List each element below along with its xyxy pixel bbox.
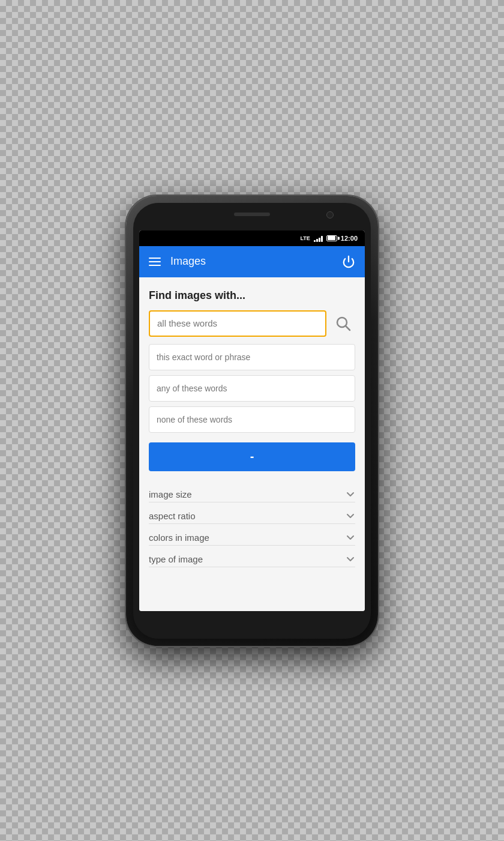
chevron-down-icon — [346, 511, 355, 520]
page-heading: Find images with... — [149, 289, 355, 302]
screen: LTE 12:00 Images — [139, 231, 365, 611]
exact-phrase-input[interactable] — [149, 344, 355, 370]
main-content: Find images with... — [139, 277, 365, 611]
hamburger-line — [149, 261, 161, 262]
image-size-dropdown[interactable]: image size — [149, 481, 355, 502]
battery-icon — [326, 235, 337, 241]
primary-search-row — [149, 310, 355, 337]
all-words-input[interactable] — [149, 310, 326, 337]
main-search-button[interactable]: - — [149, 442, 355, 471]
aspect-ratio-dropdown[interactable]: aspect ratio — [149, 502, 355, 524]
status-bar: LTE 12:00 — [139, 231, 365, 246]
status-time: 12:00 — [341, 235, 358, 242]
signal-icon — [314, 235, 323, 242]
phone-inner: LTE 12:00 Images — [133, 203, 371, 639]
chevron-down-icon — [346, 489, 355, 499]
svg-line-2 — [346, 326, 350, 330]
lte-indicator: LTE — [301, 235, 310, 241]
hamburger-line — [149, 265, 161, 266]
chevron-down-icon — [346, 554, 355, 564]
phone-device: LTE 12:00 Images — [126, 196, 378, 646]
type-of-image-dropdown[interactable]: type of image — [149, 546, 355, 567]
image-size-label: image size — [149, 489, 192, 499]
hamburger-menu-button[interactable] — [149, 258, 161, 266]
colors-in-image-label: colors in image — [149, 532, 209, 543]
hamburger-line — [149, 258, 161, 259]
chevron-down-icon — [346, 532, 355, 542]
any-words-input[interactable] — [149, 375, 355, 402]
app-bar: Images — [139, 246, 365, 277]
app-title: Images — [170, 255, 332, 268]
none-words-input[interactable] — [149, 406, 355, 433]
power-button[interactable] — [342, 255, 355, 268]
aspect-ratio-label: aspect ratio — [149, 511, 196, 521]
colors-in-image-dropdown[interactable]: colors in image — [149, 524, 355, 546]
type-of-image-label: type of image — [149, 554, 203, 564]
search-button-icon[interactable] — [331, 312, 355, 336]
